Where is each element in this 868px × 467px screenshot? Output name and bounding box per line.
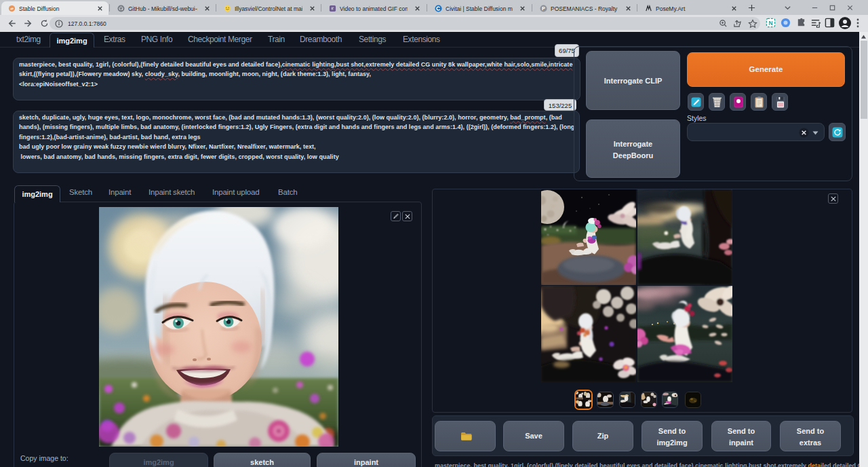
svg-text:P: P <box>542 5 545 12</box>
svg-text:N: N <box>768 20 772 26</box>
